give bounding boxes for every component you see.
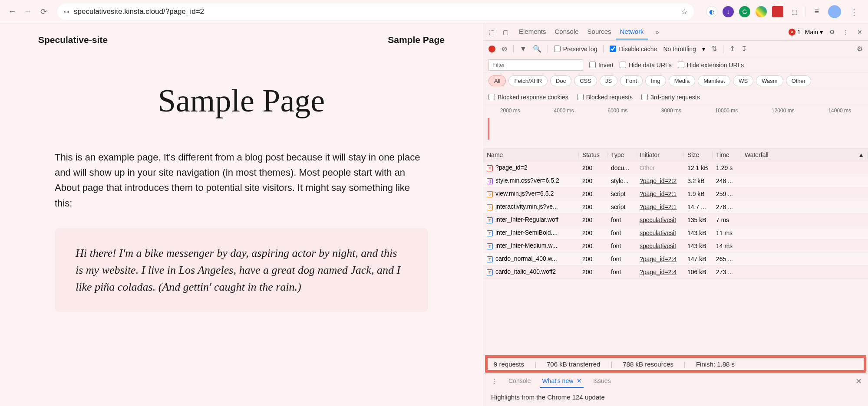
network-row[interactable]: ≡?page_id=2200docu...Other12.1 kB1.29 s — [483, 161, 868, 174]
upload-har-icon[interactable]: ↥ — [729, 45, 735, 53]
third-party-checkbox[interactable]: 3rd-party requests — [641, 94, 700, 101]
network-conditions-icon[interactable]: ⇅ — [711, 45, 717, 53]
cell-time: 14 ms — [713, 242, 741, 249]
devtools-tab-elements[interactable]: Elements — [515, 24, 551, 39]
extension-icon[interactable]: G — [739, 6, 750, 17]
cell-initiator[interactable]: ?page_id=2:1 — [636, 190, 684, 197]
drawer-tab-what-s-new[interactable]: What's new ✕ — [540, 375, 584, 388]
type-filter-css[interactable]: CSS — [574, 75, 597, 86]
disable-cache-checkbox[interactable]: Disable cache — [610, 46, 657, 52]
column-header-waterfall[interactable]: Waterfall ▲ — [741, 151, 868, 158]
reading-list-icon[interactable]: ≡ — [811, 6, 823, 18]
cell-status: 200 — [579, 229, 607, 236]
network-row[interactable]: ○view.min.js?ver=6.5.2200script?page_id=… — [483, 187, 868, 200]
summary-transferred: 706 kB transferred — [547, 360, 600, 368]
column-header-initiator[interactable]: Initiator — [636, 151, 684, 158]
type-filter-doc[interactable]: Doc — [550, 75, 571, 86]
cell-initiator[interactable]: speculativesit — [636, 216, 684, 223]
cell-time: 248 ... — [713, 177, 741, 184]
cell-initiator[interactable]: ?page_id=2:4 — [636, 255, 684, 262]
site-title[interactable]: Speculative-site — [38, 35, 108, 45]
timeline-overview[interactable]: 2000 ms4000 ms6000 ms8000 ms10000 ms1200… — [483, 105, 868, 148]
devtools-tab-console[interactable]: Console — [551, 24, 583, 39]
filter-input[interactable] — [488, 59, 583, 71]
network-row[interactable]: Tinter_Inter-Regular.woff200fontspeculat… — [483, 213, 868, 226]
column-header-time[interactable]: Time — [713, 151, 741, 158]
network-row[interactable]: Tinter_Inter-SemiBold....200fontspeculat… — [483, 226, 868, 239]
extension-icon[interactable] — [756, 6, 767, 17]
nav-link-sample-page[interactable]: Sample Page — [388, 35, 445, 45]
record-button[interactable] — [488, 46, 495, 52]
type-filter-manifest[interactable]: Manifest — [698, 75, 730, 86]
extensions-puzzle-icon[interactable]: ⬚ — [789, 6, 800, 17]
filter-icon[interactable]: ▼ — [520, 45, 527, 53]
error-badge[interactable]: ✕ 1 — [789, 29, 801, 36]
url-bar[interactable]: ⊶ speculativesite.kinsta.cloud/?page_id=… — [57, 3, 694, 20]
extension-icon[interactable]: ◐ — [706, 6, 717, 17]
cell-initiator[interactable]: ?page_id=2:4 — [636, 268, 684, 275]
type-filter-ws[interactable]: WS — [733, 75, 753, 86]
download-har-icon[interactable]: ↧ — [741, 45, 747, 53]
cell-size: 12.1 kB — [684, 164, 713, 171]
network-row[interactable]: {}style.min.css?ver=6.5.2200style...?pag… — [483, 174, 868, 187]
column-header-size[interactable]: Size — [684, 151, 713, 158]
close-drawer-icon[interactable]: ✕ — [855, 377, 862, 386]
cell-initiator[interactable]: Other — [636, 164, 684, 171]
settings-gear-icon[interactable]: ⚙ — [827, 27, 837, 37]
hide-data-urls-checkbox[interactable]: Hide data URLs — [620, 62, 672, 69]
invert-checkbox[interactable]: Invert — [589, 62, 614, 69]
cell-initiator[interactable]: ?page_id=2:1 — [636, 203, 684, 210]
back-button[interactable]: ← — [6, 6, 18, 18]
device-toggle-icon[interactable]: ▢ — [501, 27, 510, 37]
type-filter-all[interactable]: All — [488, 75, 506, 86]
network-row[interactable]: Tcardo_italic_400.woff2200font?page_id=2… — [483, 265, 868, 278]
type-filter-img[interactable]: Img — [645, 75, 666, 86]
extension-icon[interactable]: ↓ — [723, 6, 734, 17]
network-row[interactable]: Tinter_Inter-Medium.w...200fontspeculati… — [483, 239, 868, 252]
throttling-select[interactable]: No throttling — [663, 46, 696, 52]
site-info-icon[interactable]: ⊶ — [63, 8, 69, 15]
type-filter-media[interactable]: Media — [669, 75, 695, 86]
cell-time: 7 ms — [713, 216, 741, 223]
cell-initiator[interactable]: ?page_id=2:2 — [636, 177, 684, 184]
type-filter-other[interactable]: Other — [786, 75, 812, 86]
reload-button[interactable]: ⟳ — [37, 6, 50, 18]
hide-extension-urls-checkbox[interactable]: Hide extension URLs — [678, 62, 744, 69]
devtools-tab-network[interactable]: Network — [616, 24, 648, 39]
cell-initiator[interactable]: speculativesit — [636, 229, 684, 236]
network-settings-icon[interactable]: ⚙ — [857, 45, 863, 53]
clear-icon[interactable]: ⊘ — [502, 45, 507, 53]
type-filter-font[interactable]: Font — [620, 75, 643, 86]
blocked-requests-checkbox[interactable]: Blocked requests — [577, 94, 633, 101]
type-filter-wasm[interactable]: Wasm — [756, 75, 783, 86]
cell-type: font — [607, 216, 636, 223]
network-row[interactable]: ○interactivity.min.js?ve...200script?pag… — [483, 200, 868, 213]
profile-avatar[interactable] — [828, 5, 841, 18]
bookmark-icon[interactable]: ☆ — [681, 7, 688, 16]
more-tabs-icon[interactable]: » — [653, 27, 662, 37]
browser-toolbar: ← → ⟳ ⊶ speculativesite.kinsta.cloud/?pa… — [0, 0, 868, 23]
chrome-menu-icon[interactable]: ⋮ — [846, 7, 862, 17]
devtools-tab-sources[interactable]: Sources — [583, 24, 616, 39]
cell-initiator[interactable]: speculativesit — [636, 242, 684, 249]
blocked-cookies-checkbox[interactable]: Blocked response cookies — [488, 94, 568, 101]
type-filter-fetch-xhr[interactable]: Fetch/XHR — [508, 75, 548, 86]
drawer-menu-icon[interactable]: ⋮ — [489, 377, 499, 386]
search-icon[interactable]: 🔍 — [533, 45, 541, 53]
target-dropdown[interactable]: Main ▾ — [805, 29, 823, 36]
devtools-menu-icon[interactable]: ⋮ — [841, 27, 851, 37]
network-row[interactable]: Tcardo_normal_400.w...200font?page_id=2:… — [483, 252, 868, 265]
extension-icon[interactable] — [772, 6, 783, 17]
preserve-log-checkbox[interactable]: Preserve log — [554, 46, 597, 52]
inspect-icon[interactable]: ⬚ — [487, 27, 496, 37]
summary-requests: 9 requests — [494, 360, 524, 368]
column-header-name[interactable]: Name — [483, 151, 579, 158]
close-devtools-icon[interactable]: ✕ — [855, 27, 865, 37]
drawer-tab-console[interactable]: Console — [507, 375, 532, 388]
column-header-type[interactable]: Type — [607, 151, 636, 158]
forward-button[interactable]: → — [22, 6, 34, 18]
cell-type: font — [607, 268, 636, 275]
column-header-status[interactable]: Status — [579, 151, 607, 158]
type-filter-js[interactable]: JS — [600, 75, 617, 86]
drawer-tab-issues[interactable]: Issues — [591, 375, 612, 388]
